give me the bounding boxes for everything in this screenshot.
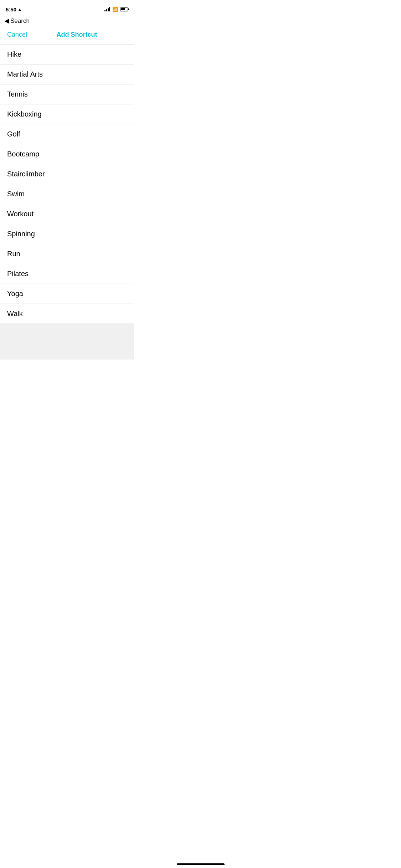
list-item[interactable]: Stairclimber bbox=[0, 164, 134, 184]
list-item-label: Golf bbox=[7, 130, 20, 138]
page-title: Add Shortcut bbox=[27, 31, 127, 38]
list-item-label: Workout bbox=[7, 210, 34, 218]
list-item[interactable]: Golf bbox=[0, 124, 134, 144]
back-label: Search bbox=[10, 17, 30, 25]
list-item-label: Bootcamp bbox=[7, 150, 39, 158]
signal-icon bbox=[104, 7, 110, 11]
list-item[interactable]: Run bbox=[0, 244, 134, 264]
list-item[interactable]: Spinning bbox=[0, 224, 134, 244]
cancel-button[interactable]: Cancel bbox=[7, 31, 27, 38]
list-item[interactable]: Pilates bbox=[0, 264, 134, 284]
wifi-icon: 📶 bbox=[112, 7, 118, 12]
list-item[interactable]: Hike bbox=[0, 45, 134, 64]
shortcuts-list: HikeMartial ArtsTennisKickboxingGolfBoot… bbox=[0, 45, 134, 324]
back-navigation[interactable]: ◀ Search bbox=[0, 16, 134, 27]
battery-icon bbox=[120, 7, 128, 11]
nav-header: Cancel Add Shortcut bbox=[0, 27, 134, 45]
list-item[interactable]: Workout bbox=[0, 204, 134, 224]
list-item-label: Yoga bbox=[7, 290, 23, 298]
list-item-label: Tennis bbox=[7, 90, 28, 98]
list-item-label: Pilates bbox=[7, 270, 29, 278]
status-time: 5:50 ▲ bbox=[6, 6, 22, 12]
status-icons: 📶 bbox=[104, 7, 128, 12]
list-item[interactable]: Tennis bbox=[0, 84, 134, 104]
list-item-label: Kickboxing bbox=[7, 110, 42, 118]
back-arrow-icon: ◀ bbox=[4, 17, 9, 25]
list-item[interactable]: Kickboxing bbox=[0, 104, 134, 124]
list-item[interactable]: Yoga bbox=[0, 284, 134, 304]
list-item[interactable]: Swim bbox=[0, 184, 134, 204]
list-item-label: Hike bbox=[7, 50, 21, 58]
location-arrow-icon: ▲ bbox=[18, 7, 22, 11]
list-item-label: Walk bbox=[7, 310, 23, 318]
list-item-label: Swim bbox=[7, 190, 25, 198]
list-item[interactable]: Bootcamp bbox=[0, 144, 134, 164]
status-bar: 5:50 ▲ 📶 bbox=[0, 0, 134, 16]
list-item-label: Run bbox=[7, 250, 20, 258]
list-item[interactable]: Walk bbox=[0, 304, 134, 324]
list-item-label: Spinning bbox=[7, 230, 35, 238]
list-item[interactable]: Martial Arts bbox=[0, 64, 134, 84]
list-item-label: Stairclimber bbox=[7, 170, 45, 178]
list-item-label: Martial Arts bbox=[7, 70, 43, 78]
bottom-spacer bbox=[0, 324, 134, 360]
